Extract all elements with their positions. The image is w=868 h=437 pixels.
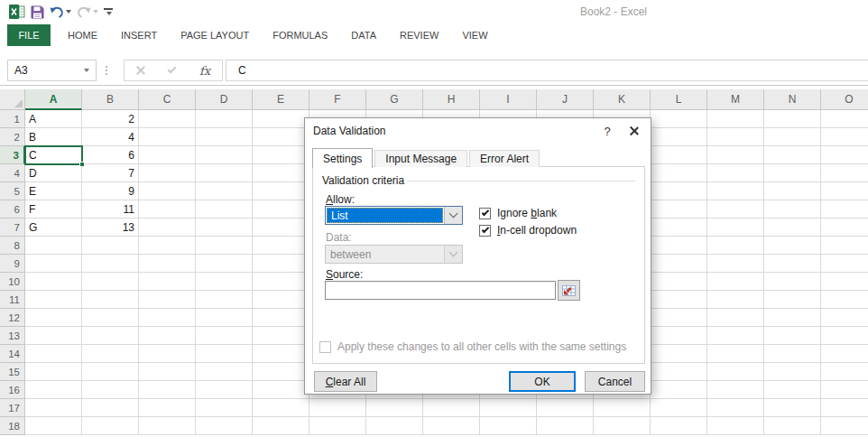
cell-o4[interactable] [821,164,868,182]
cell-d6[interactable] [196,200,253,218]
cell-o16[interactable] [821,381,868,399]
column-header-k[interactable]: K [594,89,651,110]
cell-j18[interactable] [537,417,594,435]
cell-o2[interactable] [821,128,868,146]
cell-o17[interactable] [821,399,868,417]
column-header-n[interactable]: N [764,89,821,110]
cell-d3[interactable] [196,146,253,164]
cell-l2[interactable] [651,128,707,146]
cell-l18[interactable] [651,417,707,435]
cell-c10[interactable] [139,273,196,291]
undo-dropdown-icon[interactable] [66,10,71,14]
column-header-m[interactable]: M [707,89,764,110]
cell-b16[interactable] [82,381,139,399]
cell-d1[interactable] [196,110,253,128]
cell-d11[interactable] [196,291,253,309]
cell-c3[interactable] [139,146,196,164]
tab-data[interactable]: DATA [339,30,388,41]
cell-e15[interactable] [253,363,309,381]
cell-b11[interactable] [82,291,139,309]
cell-l7[interactable] [651,218,707,237]
tab-file[interactable]: FILE [7,24,51,46]
cell-c7[interactable] [139,218,196,237]
cell-l8[interactable] [651,237,707,255]
cancel-button[interactable]: Cancel [585,371,645,392]
cell-c4[interactable] [139,164,196,182]
row-header-3[interactable]: 3 [0,146,25,164]
cell-a12[interactable] [25,309,82,327]
cell-c2[interactable] [139,128,196,146]
cell-b5[interactable]: 9 [82,182,139,200]
cell-m11[interactable] [707,291,764,309]
cell-o6[interactable] [821,200,868,218]
cell-a4[interactable]: D [25,164,82,182]
cell-b13[interactable] [82,327,139,345]
cell-o1[interactable] [821,110,868,128]
source-input[interactable] [325,281,556,300]
checkbox-checked[interactable] [479,225,491,237]
cell-n8[interactable] [764,237,821,255]
cell-a5[interactable]: E [25,182,82,200]
cell-d15[interactable] [196,363,253,381]
cell-l15[interactable] [651,363,707,381]
fill-handle[interactable] [79,162,85,167]
tab-review[interactable]: REVIEW [388,30,450,41]
cell-d17[interactable] [196,399,253,417]
cell-a15[interactable] [25,363,82,381]
cell-b7[interactable]: 13 [82,218,139,237]
incell-dropdown-checkbox[interactable]: In-cell dropdown [479,224,577,237]
cell-b2[interactable]: 4 [82,128,139,146]
cell-e9[interactable] [253,255,309,273]
cell-e12[interactable] [253,309,309,327]
cell-m10[interactable] [707,273,764,291]
cell-d9[interactable] [196,255,253,273]
excel-logo-icon[interactable] [6,3,28,21]
cell-a11[interactable] [25,291,82,309]
name-box[interactable]: A3 [7,60,97,81]
cell-m18[interactable] [707,417,764,435]
cell-n11[interactable] [764,291,821,309]
tab-home[interactable]: HOME [56,30,109,41]
selected-cell[interactable] [24,145,83,165]
cell-o11[interactable] [821,291,868,309]
cell-c6[interactable] [139,200,196,218]
cell-l17[interactable] [651,399,707,417]
cell-h17[interactable] [423,399,480,417]
ignore-blank-checkbox[interactable]: Ignore blank [479,207,557,219]
tab-page-layout[interactable]: PAGE LAYOUT [169,30,261,41]
cell-m6[interactable] [707,200,764,218]
tab-insert[interactable]: INSERT [109,30,169,41]
formula-input[interactable]: C [226,60,868,81]
column-header-l[interactable]: L [651,89,707,110]
cell-o9[interactable] [821,255,868,273]
row-header-15[interactable]: 15 [0,363,25,381]
cell-f17[interactable] [309,399,366,417]
tab-input-message[interactable]: Input Message [374,150,467,167]
cell-c14[interactable] [139,345,196,363]
cell-a9[interactable] [25,255,82,273]
column-header-j[interactable]: J [537,89,594,110]
cell-l3[interactable] [651,146,707,164]
cell-e13[interactable] [253,327,309,345]
clear-all-button[interactable]: Clear All [314,371,377,392]
cell-b10[interactable] [82,273,139,291]
cell-o7[interactable] [821,218,868,237]
cell-d10[interactable] [196,273,253,291]
cell-a8[interactable] [25,237,82,255]
allow-dropdown[interactable]: List [325,206,463,225]
cell-b12[interactable] [82,309,139,327]
cell-n15[interactable] [764,363,821,381]
cell-d13[interactable] [196,327,253,345]
cell-n2[interactable] [764,128,821,146]
cell-a7[interactable]: G [25,218,82,237]
cancel-entry-icon[interactable] [136,66,145,75]
cell-o8[interactable] [821,237,868,255]
redo-icon[interactable] [74,3,101,21]
cell-b1[interactable]: 2 [82,110,139,128]
row-header-6[interactable]: 6 [0,200,25,218]
tab-settings[interactable]: Settings [312,148,373,168]
row-header-13[interactable]: 13 [0,327,25,345]
cell-l12[interactable] [651,309,707,327]
cell-c5[interactable] [139,182,196,200]
row-header-7[interactable]: 7 [0,218,25,237]
